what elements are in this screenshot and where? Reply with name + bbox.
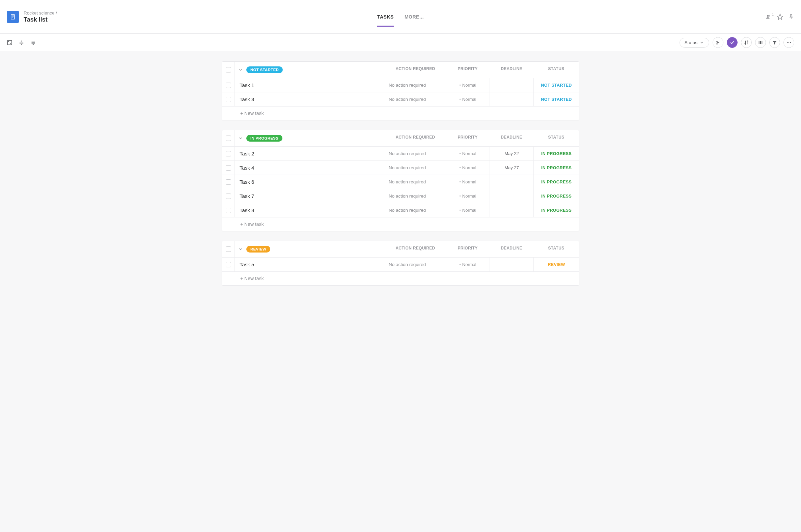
- task-action[interactable]: No action required: [385, 78, 446, 92]
- group-by-dropdown[interactable]: Status: [679, 38, 709, 48]
- col-action: ACTION REQUIRED: [385, 241, 446, 257]
- task-action[interactable]: No action required: [385, 161, 446, 175]
- new-task-button[interactable]: + New task: [222, 217, 579, 231]
- header-left: Rocket science / Task list: [7, 11, 57, 23]
- task-priority[interactable]: Normal: [446, 258, 490, 271]
- document-icon: [7, 11, 19, 23]
- task-status[interactable]: IN PROGRESS: [533, 203, 579, 217]
- table-row[interactable]: Task 5 No action required Normal REVIEW: [222, 258, 579, 272]
- table-row[interactable]: Task 8 No action required Normal IN PROG…: [222, 203, 579, 217]
- group-status-pill: REVIEW: [246, 246, 270, 252]
- svg-marker-6: [777, 14, 783, 20]
- task-action[interactable]: No action required: [385, 258, 446, 271]
- col-status: STATUS: [533, 62, 579, 78]
- svg-rect-11: [716, 43, 718, 44]
- task-name[interactable]: Task 7: [235, 189, 385, 203]
- task-status[interactable]: IN PROGRESS: [533, 189, 579, 203]
- col-action: ACTION REQUIRED: [385, 130, 446, 146]
- tab-tasks[interactable]: TASKS: [377, 0, 394, 33]
- col-deadline: DEADLINE: [490, 62, 533, 78]
- members-icon[interactable]: 1: [765, 14, 772, 20]
- select-all-checkbox[interactable]: [226, 246, 231, 252]
- select-all-checkbox[interactable]: [226, 135, 231, 141]
- task-action[interactable]: No action required: [385, 203, 446, 217]
- task-priority[interactable]: Normal: [446, 161, 490, 175]
- table-row[interactable]: Task 3 No action required Normal NOT STA…: [222, 92, 579, 107]
- table-row[interactable]: Task 1 No action required Normal NOT STA…: [222, 78, 579, 92]
- tab-more[interactable]: MORE...: [404, 0, 424, 33]
- group-header: IN PROGRESS ACTION REQUIRED PRIORITY DEA…: [222, 130, 579, 147]
- table-row[interactable]: Task 4 No action required Normal May 27 …: [222, 161, 579, 175]
- task-action[interactable]: No action required: [385, 175, 446, 189]
- pin-icon[interactable]: [788, 14, 794, 20]
- row-checkbox[interactable]: [226, 179, 231, 185]
- collapse-rows-icon[interactable]: [19, 40, 24, 45]
- table-row[interactable]: Task 6 No action required Normal IN PROG…: [222, 175, 579, 189]
- task-deadline[interactable]: [490, 258, 533, 271]
- task-deadline[interactable]: [490, 189, 533, 203]
- chevron-down-icon[interactable]: [238, 247, 243, 251]
- svg-rect-13: [760, 41, 761, 44]
- table-row[interactable]: Task 2 No action required Normal May 22 …: [222, 147, 579, 161]
- task-group: NOT STARTED ACTION REQUIRED PRIORITY DEA…: [222, 61, 579, 120]
- task-name[interactable]: Task 8: [235, 203, 385, 217]
- chevron-down-icon[interactable]: [238, 68, 243, 72]
- row-checkbox[interactable]: [226, 82, 231, 88]
- task-name[interactable]: Task 4: [235, 161, 385, 175]
- task-deadline[interactable]: [490, 203, 533, 217]
- task-deadline[interactable]: [490, 78, 533, 92]
- col-priority: PRIORITY: [446, 130, 490, 146]
- task-name[interactable]: Task 6: [235, 175, 385, 189]
- task-action[interactable]: No action required: [385, 147, 446, 160]
- gantt-view-icon[interactable]: [713, 37, 723, 48]
- task-name[interactable]: Task 3: [235, 92, 385, 106]
- task-status[interactable]: NOT STARTED: [533, 78, 579, 92]
- task-status[interactable]: IN PROGRESS: [533, 147, 579, 160]
- task-name[interactable]: Task 5: [235, 258, 385, 271]
- header: Rocket science / Task list TASKS MORE...…: [0, 0, 801, 34]
- task-status[interactable]: NOT STARTED: [533, 92, 579, 106]
- group-status-pill: IN PROGRESS: [246, 135, 283, 141]
- row-checkbox[interactable]: [226, 165, 231, 171]
- task-status[interactable]: IN PROGRESS: [533, 175, 579, 189]
- more-icon[interactable]: [783, 37, 794, 48]
- toolbar: Status: [0, 34, 801, 51]
- task-status[interactable]: REVIEW: [533, 258, 579, 271]
- check-view-icon[interactable]: [727, 37, 738, 48]
- row-checkbox[interactable]: [226, 262, 231, 267]
- sort-icon[interactable]: [741, 37, 752, 48]
- task-priority[interactable]: Normal: [446, 189, 490, 203]
- task-priority[interactable]: Normal: [446, 92, 490, 106]
- expand-icon[interactable]: [7, 40, 13, 45]
- task-deadline[interactable]: May 22: [490, 147, 533, 160]
- row-checkbox[interactable]: [226, 151, 231, 156]
- task-priority[interactable]: Normal: [446, 203, 490, 217]
- group-header: NOT STARTED ACTION REQUIRED PRIORITY DEA…: [222, 62, 579, 78]
- svg-point-16: [788, 42, 789, 43]
- task-name[interactable]: Task 2: [235, 147, 385, 160]
- task-priority[interactable]: Normal: [446, 175, 490, 189]
- breadcrumb[interactable]: Rocket science /: [24, 11, 57, 16]
- select-all-checkbox[interactable]: [226, 67, 231, 73]
- task-deadline[interactable]: May 27: [490, 161, 533, 175]
- chevron-down-icon[interactable]: [238, 136, 243, 140]
- row-checkbox[interactable]: [226, 193, 231, 199]
- task-name[interactable]: Task 1: [235, 78, 385, 92]
- group-header: REVIEW ACTION REQUIRED PRIORITY DEADLINE…: [222, 241, 579, 258]
- filter-icon[interactable]: [769, 37, 780, 48]
- star-icon[interactable]: [777, 14, 783, 20]
- row-checkbox[interactable]: [226, 97, 231, 102]
- task-action[interactable]: No action required: [385, 92, 446, 106]
- row-checkbox[interactable]: [226, 208, 231, 213]
- task-deadline[interactable]: [490, 92, 533, 106]
- table-row[interactable]: Task 7 No action required Normal IN PROG…: [222, 189, 579, 203]
- density-icon[interactable]: [30, 40, 36, 45]
- columns-icon[interactable]: [755, 37, 766, 48]
- task-priority[interactable]: Normal: [446, 78, 490, 92]
- task-deadline[interactable]: [490, 175, 533, 189]
- task-status[interactable]: IN PROGRESS: [533, 161, 579, 175]
- task-action[interactable]: No action required: [385, 189, 446, 203]
- new-task-button[interactable]: + New task: [222, 272, 579, 285]
- task-priority[interactable]: Normal: [446, 147, 490, 160]
- new-task-button[interactable]: + New task: [222, 107, 579, 120]
